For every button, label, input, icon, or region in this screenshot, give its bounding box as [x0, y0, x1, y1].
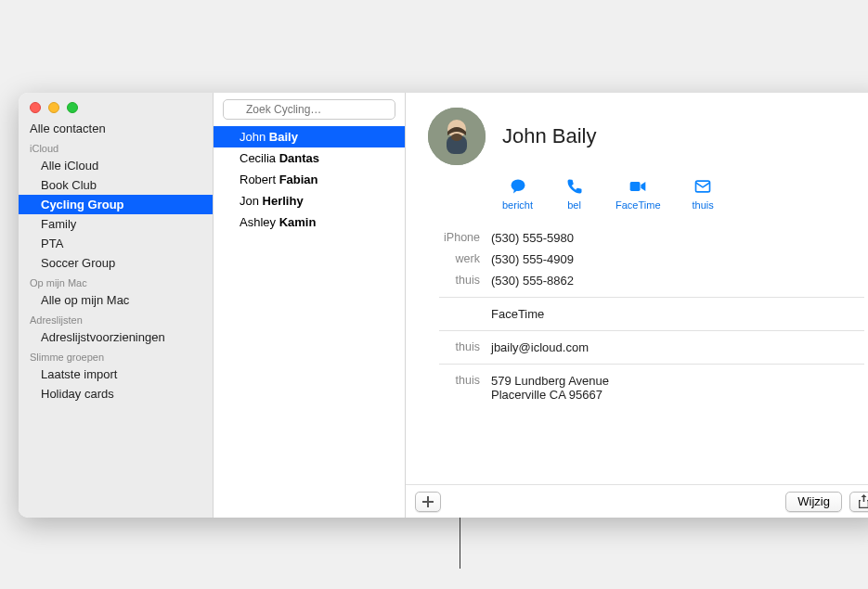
edit-button[interactable]: Wijzig — [785, 492, 842, 512]
zoom-window-button[interactable] — [67, 102, 78, 113]
contacts-window: Alle contacten iCloudAlle iCloudBook Clu… — [19, 93, 868, 518]
facetime-icon — [628, 176, 648, 196]
contact-fields: iPhone(530) 555-5980werk(530) 555-4909th… — [428, 227, 864, 405]
phone-row[interactable]: thuis(530) 555-8862 — [428, 270, 864, 291]
action-label: FaceTime — [615, 199, 661, 211]
callout-line-bottom — [460, 518, 460, 569]
phone-row[interactable]: iPhone(530) 555-5980 — [428, 227, 864, 249]
action-label: bel — [567, 199, 581, 211]
svg-rect-5 — [630, 182, 641, 191]
divider — [439, 364, 864, 365]
sidebar-item[interactable]: Alle op mijn Mac — [19, 290, 213, 310]
divider — [439, 297, 864, 298]
action-label: bericht — [502, 199, 533, 211]
contact-last: Herlihy — [263, 194, 304, 208]
sidebar-item[interactable]: Family — [19, 214, 213, 234]
sidebar-item[interactable]: Book Club — [19, 175, 213, 195]
search-wrap — [214, 93, 405, 126]
sidebar-item[interactable]: PTA — [19, 234, 213, 253]
sidebar: Alle contacten iCloudAlle iCloudBook Clu… — [19, 93, 214, 518]
share-icon — [858, 494, 869, 508]
action-bericht[interactable]: bericht — [502, 176, 533, 211]
contact-list-pane: John BailyCecilia DantasRobert FabianJon… — [214, 93, 406, 518]
email-row[interactable]: thuis jbaily@icloud.com — [428, 337, 864, 358]
minimize-window-button[interactable] — [48, 102, 59, 113]
phone-row[interactable]: werk(530) 555-4909 — [428, 249, 864, 270]
address-value: 579 Lundberg Avenue Placerville CA 95667 — [491, 374, 864, 402]
address-line2: Placerville CA 95667 — [491, 388, 864, 402]
avatar[interactable] — [428, 108, 486, 165]
facetime-row[interactable]: FaceTime — [428, 303, 864, 325]
action-label: thuis — [693, 199, 714, 211]
action-thuis[interactable]: thuis — [693, 176, 714, 211]
contact-last: Fabian — [279, 173, 318, 186]
address-line1: 579 Lundberg Avenue — [491, 374, 864, 388]
search-input[interactable] — [223, 99, 395, 120]
contact-name: John Baily — [502, 124, 597, 148]
phone-value: (530) 555-5980 — [491, 231, 864, 245]
contact-first: Ashley — [240, 215, 279, 229]
window-controls — [19, 93, 213, 119]
contact-list-item[interactable]: Cecilia Dantas — [214, 147, 405, 169]
action-facetime[interactable]: FaceTime — [615, 176, 661, 211]
contact-list-item[interactable]: Robert Fabian — [214, 169, 405, 190]
bericht-icon — [508, 176, 527, 196]
contact-last: Baily — [269, 130, 298, 144]
phone-label: iPhone — [428, 231, 491, 245]
bottom-toolbar: Wijzig — [406, 484, 868, 518]
facetime-field-label: FaceTime — [491, 307, 864, 321]
contact-list-item[interactable]: John Baily — [214, 126, 405, 147]
phone-label: thuis — [428, 274, 491, 288]
sidebar-section-header: iCloud — [19, 138, 213, 156]
sidebar-item[interactable]: Laatste import — [19, 365, 213, 384]
address-label: thuis — [428, 374, 491, 402]
sidebar-item[interactable]: Adreslijstvoorzieningen — [19, 327, 213, 347]
sidebar-item[interactable]: Cycling Group — [19, 195, 213, 214]
contact-list: John BailyCecilia DantasRobert FabianJon… — [214, 126, 405, 233]
email-label: thuis — [428, 340, 491, 354]
phone-value: (530) 555-8862 — [491, 274, 864, 288]
add-button[interactable] — [415, 492, 441, 512]
action-bel[interactable]: bel — [564, 176, 584, 211]
contact-list-item[interactable]: Ashley Kamin — [214, 211, 405, 233]
sidebar-section-header: Slimme groepen — [19, 347, 213, 365]
contact-last: Kamin — [279, 215, 317, 229]
plus-icon — [422, 496, 434, 507]
contact-detail-pane: John Baily berichtbelFaceTimethuis iPhon… — [406, 93, 868, 518]
quick-actions: berichtbelFaceTimethuis — [428, 176, 864, 211]
thuis-icon — [693, 176, 713, 196]
svg-point-4 — [511, 179, 525, 191]
sidebar-item[interactable]: Soccer Group — [19, 253, 213, 273]
email-value: jbaily@icloud.com — [491, 340, 864, 354]
share-button[interactable] — [849, 492, 868, 512]
contact-list-item[interactable]: Jon Herlihy — [214, 190, 405, 211]
sidebar-item[interactable]: Holiday cards — [19, 384, 213, 403]
divider — [439, 330, 864, 331]
address-row[interactable]: thuis 579 Lundberg Avenue Placerville CA… — [428, 370, 864, 405]
contact-first: Robert — [240, 173, 279, 186]
svg-point-3 — [451, 134, 462, 141]
sidebar-list: Alle contacten iCloudAlle iCloudBook Clu… — [19, 119, 213, 403]
contact-last: Dantas — [279, 151, 319, 165]
sidebar-all-contacts[interactable]: Alle contacten — [19, 119, 213, 138]
sidebar-section-header: Adreslijsten — [19, 310, 213, 327]
phone-label: werk — [428, 252, 491, 266]
contact-first: Cecilia — [240, 151, 279, 165]
close-window-button[interactable] — [30, 102, 41, 113]
phone-value: (530) 555-4909 — [491, 252, 864, 266]
sidebar-item[interactable]: Alle iCloud — [19, 156, 213, 175]
contact-first: Jon — [240, 194, 263, 208]
contact-header: John Baily — [428, 108, 864, 165]
contact-first: John — [240, 130, 269, 144]
sidebar-section-header: Op mijn Mac — [19, 273, 213, 290]
bel-icon — [564, 176, 584, 196]
